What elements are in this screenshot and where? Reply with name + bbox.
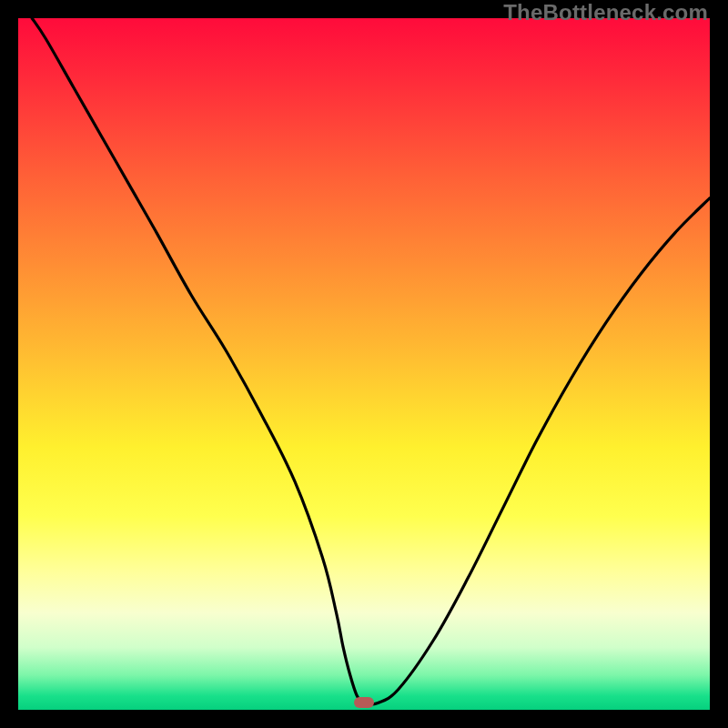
optimal-marker bbox=[354, 697, 374, 708]
chart-stage: TheBottleneck.com bbox=[0, 0, 728, 728]
curve-layer bbox=[18, 18, 710, 710]
bottleneck-curve bbox=[32, 18, 710, 704]
